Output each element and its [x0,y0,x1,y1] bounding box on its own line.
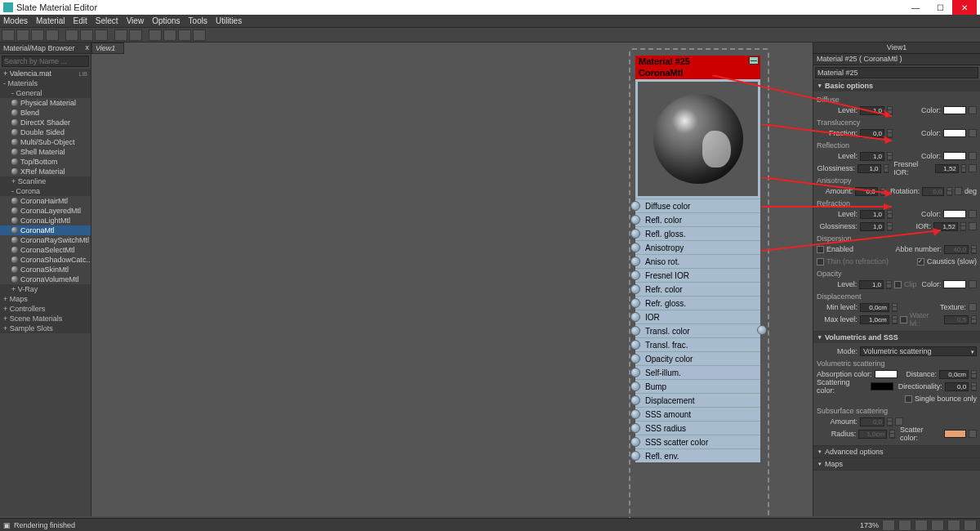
fresnel-ior[interactable]: 1,52 [935,164,959,173]
tool-button[interactable] [80,29,93,41]
tool-button[interactable] [163,29,176,41]
input-socket[interactable] [630,229,640,239]
status-button[interactable] [931,520,944,531]
input-socket[interactable] [630,312,640,322]
input-socket[interactable] [630,201,640,211]
rollout-basic[interactable]: Basic options [813,80,980,91]
input-slot[interactable]: Refr. gloss. [635,296,760,310]
single-bounce-checkbox[interactable] [905,395,912,403]
status-button[interactable] [882,520,895,531]
menu-view[interactable]: View [127,16,145,25]
input-slot[interactable]: IOR [635,310,760,324]
controllers-header[interactable]: + Controllers [0,304,91,314]
input-socket[interactable] [630,340,640,350]
mat-item[interactable]: CoronaLayeredMtl [0,206,91,216]
browser-tree[interactable]: + Valencia.matLIB - Materials - General … [0,69,91,516]
transl-color-swatch[interactable] [943,129,966,137]
spinner[interactable] [887,106,893,115]
refr-color-swatch[interactable] [943,210,966,218]
input-socket[interactable] [630,354,640,364]
scatter-color-swatch[interactable] [944,430,966,438]
status-button[interactable] [898,520,911,531]
tool-button[interactable] [65,29,78,41]
map-button[interactable] [969,210,977,218]
mat-item[interactable]: CoronaVolumeMtl [0,274,91,284]
scattering-swatch[interactable] [871,382,893,390]
map-button[interactable] [969,430,977,438]
mat-item[interactable]: CoronaHairMtl [0,196,91,206]
spinner[interactable] [886,280,892,289]
menu-utilities[interactable]: Utilities [216,16,242,25]
mat-item[interactable]: DirectX Shader [0,118,91,127]
mat-item[interactable]: CoronaRaySwitchMtl [0,235,91,245]
map-button[interactable] [955,187,962,195]
spinner[interactable] [880,187,885,196]
material-name-field[interactable]: Material #25 [815,67,978,78]
status-button[interactable] [915,520,928,531]
close-button[interactable]: ✕ [952,0,977,15]
input-socket[interactable] [630,395,640,405]
diffuse-color-swatch[interactable] [943,106,966,114]
map-button[interactable] [969,164,977,172]
mat-item[interactable]: Shell Material [0,147,91,157]
spinner[interactable] [892,315,898,324]
spinner[interactable] [887,210,893,219]
map-button[interactable] [969,129,977,137]
max-level[interactable]: 1,0cm [860,315,889,324]
tool-button[interactable] [149,29,162,41]
distance[interactable]: 0,0cm [939,370,969,379]
input-slot[interactable]: Refl. env. [635,448,760,462]
thin-checkbox[interactable] [817,258,824,266]
mat-item[interactable]: CoronaShadowCatc... [0,255,91,265]
search-input[interactable] [2,56,89,67]
aniso-amount[interactable]: 0,0 [855,187,877,196]
node-viewport[interactable]: View1 Material #25— CoronaMtl Diffuse co… [91,42,813,516]
mat-item[interactable]: Double Sided [0,127,91,137]
input-slot[interactable]: SSS scatter color [635,435,760,448]
input-slot[interactable]: Refl. color [635,212,760,226]
mat-item[interactable]: Physical Material [0,98,91,108]
input-socket[interactable] [630,368,640,377]
input-socket[interactable] [630,326,640,336]
map-button[interactable] [969,280,977,288]
maps-header[interactable]: + Maps [0,294,91,304]
tool-button[interactable] [46,29,59,41]
menu-material[interactable]: Material [36,16,65,25]
input-slot[interactable]: Refr. color [635,282,760,296]
materials-header[interactable]: - Materials [0,78,91,88]
tool-button[interactable] [31,29,44,41]
input-socket[interactable] [630,451,640,461]
input-slot[interactable]: Diffuse color [635,199,760,212]
input-slot[interactable]: Opacity color [635,351,760,365]
input-socket[interactable] [630,298,640,308]
menu-options[interactable]: Options [152,16,180,25]
vray-header[interactable]: + V-Ray [0,284,91,294]
corona-header[interactable]: - Corona [0,186,91,196]
clip-checkbox[interactable] [894,281,902,288]
map-button[interactable] [969,152,977,160]
map-button[interactable] [969,222,977,230]
general-header[interactable]: - General [0,88,91,98]
tool-button[interactable] [95,29,108,41]
spinner[interactable] [887,222,893,231]
lib-item[interactable]: + Valencia.matLIB [0,69,91,78]
refr-ior[interactable]: 1,52 [933,222,958,231]
directionality[interactable]: 0,0 [945,382,969,391]
refl-gloss[interactable]: 1,0 [858,164,881,173]
mat-item[interactable]: XRef Material [0,167,91,176]
tool-button[interactable] [178,29,191,41]
input-socket[interactable] [630,243,640,252]
menu-modes[interactable]: Modes [3,16,28,25]
input-socket[interactable] [630,437,640,447]
mode-dropdown[interactable]: Volumetric scattering [860,346,977,356]
diffuse-level[interactable]: 1,0 [860,106,884,115]
caustics-checkbox[interactable]: ✓ [917,258,924,266]
map-button[interactable] [969,106,977,114]
input-slot[interactable]: Self-illum. [635,365,760,379]
spinner[interactable] [971,370,977,379]
refr-gloss[interactable]: 1,0 [860,222,884,231]
transl-fraction[interactable]: 0,0 [860,129,884,138]
mat-item[interactable]: Top/Bottom [0,157,91,167]
opacity-level[interactable]: 1,0 [859,280,884,289]
texture-button[interactable] [969,303,977,311]
